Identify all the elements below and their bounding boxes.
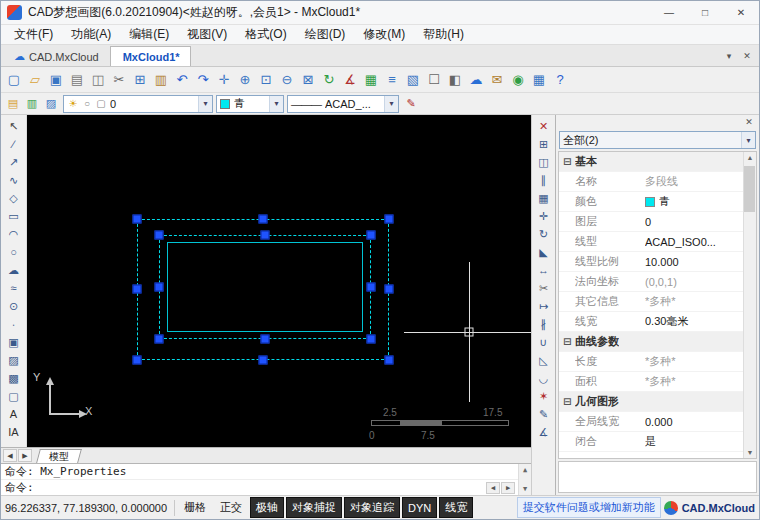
grip-handle[interactable] bbox=[155, 283, 164, 292]
move-icon[interactable]: ✛ bbox=[534, 207, 554, 225]
save-icon[interactable]: ▣ bbox=[46, 70, 66, 90]
break-icon[interactable]: ∦ bbox=[534, 315, 554, 333]
copy-object-icon[interactable]: ⊞ bbox=[534, 135, 554, 153]
spline-icon[interactable]: ≈ bbox=[4, 279, 24, 297]
fillet-icon[interactable]: ◡ bbox=[534, 369, 554, 387]
grip-handle[interactable] bbox=[261, 231, 270, 240]
minimize-button[interactable]: — bbox=[651, 1, 687, 24]
new-file-icon[interactable]: ▢ bbox=[4, 70, 24, 90]
command-input[interactable]: 命令: ◀ ▶ bbox=[1, 480, 531, 495]
area-icon[interactable]: ▦ bbox=[361, 70, 381, 90]
status-toggle-button[interactable]: 极轴 bbox=[250, 497, 284, 518]
menu-item[interactable]: 绘图(D) bbox=[296, 24, 355, 45]
menu-item[interactable]: 文件(F) bbox=[5, 24, 62, 45]
scrollbar-thumb[interactable] bbox=[744, 166, 755, 212]
layer-states-icon[interactable]: ▥ bbox=[23, 95, 41, 113]
draworder-icon[interactable]: ◧ bbox=[445, 70, 465, 90]
drawing-canvas[interactable]: 2.5 17.5 0 7.5 Y X bbox=[27, 115, 531, 447]
status-toggle-button[interactable]: 栅格 bbox=[178, 497, 212, 518]
selected-polyline-inner-width[interactable] bbox=[167, 242, 363, 332]
grip-handle[interactable] bbox=[155, 231, 164, 240]
grip-handle[interactable] bbox=[367, 335, 376, 344]
print-preview-icon[interactable]: ◫ bbox=[88, 70, 108, 90]
property-row[interactable]: 颜色 青 bbox=[559, 192, 743, 212]
tab-model[interactable]: 模型 bbox=[36, 449, 82, 463]
layout-nav-back-button[interactable]: ◀ bbox=[3, 449, 17, 462]
chamfer-icon[interactable]: ◺ bbox=[534, 351, 554, 369]
property-row[interactable]: 闭合 是 bbox=[559, 432, 743, 452]
document-tab[interactable]: MxCloud1* bbox=[110, 46, 191, 66]
offset-icon[interactable]: ∥ bbox=[534, 171, 554, 189]
menu-item[interactable]: 格式(O) bbox=[236, 24, 295, 45]
scroll-down-icon[interactable]: ▼ bbox=[523, 485, 527, 493]
property-row[interactable]: 名称 多段线 bbox=[559, 172, 743, 192]
web-icon[interactable]: ◉ bbox=[508, 70, 528, 90]
grip-handle[interactable] bbox=[385, 215, 394, 224]
share-icon[interactable]: ✉ bbox=[487, 70, 507, 90]
property-row[interactable]: ⊟ 曲线参数 bbox=[559, 332, 743, 352]
menu-item[interactable]: 帮助(H) bbox=[414, 24, 473, 45]
command-scroll-left-button[interactable]: ◀ bbox=[486, 482, 500, 494]
polygon-icon[interactable]: ◇ bbox=[4, 189, 24, 207]
property-row[interactable]: ⊟ 基本 bbox=[559, 152, 743, 172]
redo-icon[interactable]: ↷ bbox=[193, 70, 213, 90]
menu-item[interactable]: 修改(M) bbox=[354, 24, 414, 45]
zoom-extents-icon[interactable]: ⊠ bbox=[298, 70, 318, 90]
extend-icon[interactable]: ↦ bbox=[534, 297, 554, 315]
property-row[interactable]: 法向坐标 (0,0,1) bbox=[559, 272, 743, 292]
explode-icon[interactable]: ✶ bbox=[534, 387, 554, 405]
join-icon[interactable]: ∪ bbox=[534, 333, 554, 351]
property-row[interactable]: 图层 0 bbox=[559, 212, 743, 232]
zoom-window-icon[interactable]: ⊡ bbox=[256, 70, 276, 90]
layer-select[interactable]: ☀ ○ ▢ 0 ▾ bbox=[63, 95, 213, 113]
plot-icon[interactable]: ▤ bbox=[67, 70, 87, 90]
layer-properties-icon[interactable]: ▤ bbox=[4, 95, 22, 113]
copy-icon[interactable]: ⊞ bbox=[130, 70, 150, 90]
ray-icon[interactable]: ↗ bbox=[4, 153, 24, 171]
measure-icon[interactable]: ∡ bbox=[340, 70, 360, 90]
polyline-icon[interactable]: ∿ bbox=[4, 171, 24, 189]
status-toggle-button[interactable]: 线宽 bbox=[439, 497, 473, 518]
cut-icon[interactable]: ✂ bbox=[109, 70, 129, 90]
linetype-select[interactable]: ——— ACAD_... ▾ bbox=[287, 95, 399, 113]
layer-manager-icon[interactable]: ≡ bbox=[382, 70, 402, 90]
pointer-icon[interactable]: ↖ bbox=[4, 117, 24, 135]
scale-bar-entity[interactable]: 2.5 17.5 0 7.5 bbox=[363, 407, 513, 443]
property-row[interactable]: 长度 *多种* bbox=[559, 352, 743, 372]
zoom-realtime-icon[interactable]: ⊕ bbox=[235, 70, 255, 90]
property-row[interactable]: 线型比例 10.000 bbox=[559, 252, 743, 272]
tab-overflow-button[interactable]: ▾ bbox=[721, 48, 737, 64]
region-icon[interactable]: ▢ bbox=[4, 387, 24, 405]
property-row[interactable]: 全局线宽 0.000 bbox=[559, 412, 743, 432]
property-row[interactable]: 面积 *多种* bbox=[559, 372, 743, 392]
property-row[interactable]: ⊟ 几何图形 bbox=[559, 392, 743, 412]
maximize-button[interactable]: □ bbox=[687, 1, 723, 24]
grip-handle[interactable] bbox=[155, 335, 164, 344]
properties-palette-icon[interactable]: ▧ bbox=[403, 70, 423, 90]
gradient-icon[interactable]: ▩ bbox=[4, 369, 24, 387]
mirror-icon[interactable]: ◫ bbox=[534, 153, 554, 171]
color-select[interactable]: 青 ▾ bbox=[216, 95, 284, 113]
erase-icon[interactable]: ✕ bbox=[534, 117, 554, 135]
block-icon[interactable]: ▣ bbox=[4, 333, 24, 351]
point-icon[interactable]: ∙ bbox=[4, 315, 24, 333]
grid-display-icon[interactable]: ▦ bbox=[529, 70, 549, 90]
status-toggle-button[interactable]: 对象捕捉 bbox=[286, 497, 342, 518]
regen-icon[interactable]: ↻ bbox=[319, 70, 339, 90]
grip-handle[interactable] bbox=[261, 335, 270, 344]
grip-handle[interactable] bbox=[367, 283, 376, 292]
undo-icon[interactable]: ↶ bbox=[172, 70, 192, 90]
rotate-icon[interactable]: ↻ bbox=[534, 225, 554, 243]
command-scrollbar[interactable]: ▲ ▼ bbox=[518, 464, 531, 495]
paste-icon[interactable]: ▥ bbox=[151, 70, 171, 90]
property-row[interactable]: 其它信息 *多种* bbox=[559, 292, 743, 312]
layer-isolate-icon[interactable]: ▨ bbox=[42, 95, 60, 113]
status-toggle-button[interactable]: DYN bbox=[402, 497, 437, 518]
property-row[interactable]: 线宽 0.30毫米 bbox=[559, 312, 743, 332]
match-properties-icon[interactable]: ✎ bbox=[534, 405, 554, 423]
revcloud-icon[interactable]: ☁ bbox=[4, 261, 24, 279]
grip-handle[interactable] bbox=[259, 215, 268, 224]
property-row[interactable]: 线型 ACAD_ISO0... bbox=[559, 232, 743, 252]
array-icon[interactable]: ▦ bbox=[534, 189, 554, 207]
grip-handle[interactable] bbox=[133, 215, 142, 224]
